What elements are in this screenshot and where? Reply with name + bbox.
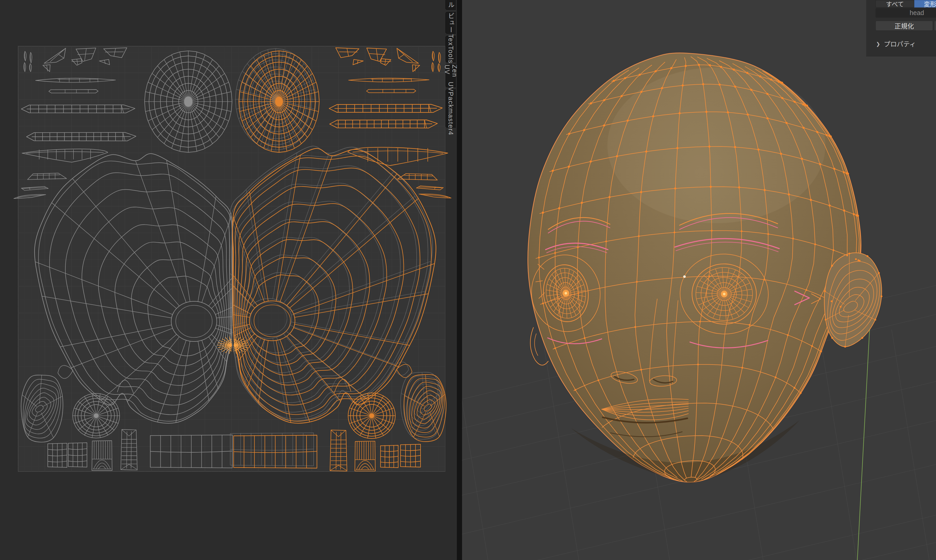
normalize-extra-button[interactable]: [934, 21, 936, 31]
name-field-value: head: [910, 9, 924, 17]
normalize-button[interactable]: 正規化: [876, 21, 933, 31]
viewport-side-panel: すべて 変形 head 正規化 ❯ プロパティ: [866, 0, 936, 57]
tab-uvpackmaster4[interactable]: UVPackmaster4: [445, 89, 456, 128]
name-field[interactable]: head: [876, 8, 936, 18]
chevron-right-icon: ❯: [876, 41, 880, 47]
blender-window: ル ビュー TexTools Zen UV UVPackmaster4 すべて …: [0, 0, 936, 560]
tab-textools[interactable]: TexTools: [445, 36, 456, 62]
filter-segmented-control: すべて 変形: [876, 0, 936, 8]
viewport-3d-canvas[interactable]: [0, 0, 936, 560]
tab-tool[interactable]: ル: [445, 0, 456, 10]
properties-label: プロパティ: [884, 39, 916, 48]
properties-header[interactable]: ❯ プロパティ: [876, 39, 916, 48]
editor-split-handle[interactable]: [457, 0, 462, 560]
uv-sidebar-tabs: ル ビュー TexTools Zen UV UVPackmaster4: [445, 0, 457, 560]
filter-transform-button[interactable]: 変形: [914, 0, 936, 8]
filter-all-button[interactable]: すべて: [876, 0, 914, 8]
tab-view[interactable]: ビュー: [445, 12, 456, 34]
